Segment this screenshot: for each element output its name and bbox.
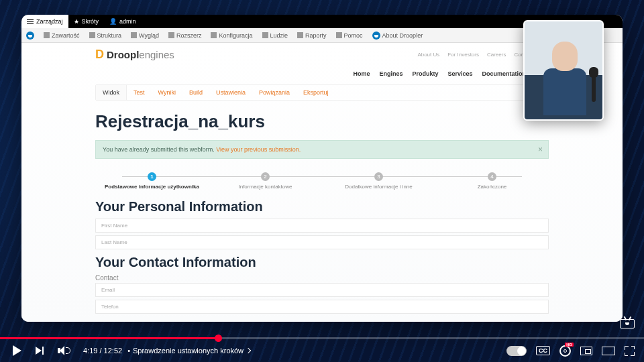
nav-products[interactable]: Produkty — [412, 70, 438, 77]
fullscreen-button[interactable] — [625, 346, 635, 356]
contact-sublabel: Contact — [95, 274, 549, 282]
wizard-step-1[interactable]: 1Podstawowe informacje użytkownika — [95, 172, 209, 190]
nav-home[interactable]: Home — [353, 70, 370, 77]
tab-references[interactable]: Powiązania — [252, 85, 297, 100]
video-controls: 4:19 / 12:52 • Sprawdzenie ustawionych k… — [0, 339, 644, 362]
chapter-button[interactable]: • Sprawdzenie ustawionych kroków — [127, 347, 250, 355]
tab-build[interactable]: Build — [182, 85, 209, 100]
nav-docs[interactable]: Documentation — [482, 70, 526, 77]
next-button[interactable] — [32, 343, 47, 358]
drupal-icon — [372, 32, 380, 40]
wizard-step-2[interactable]: 2Informacje kontaktowe — [209, 172, 322, 190]
wizard-step-4[interactable]: 4Zakończone — [435, 172, 549, 190]
nav-services[interactable]: Services — [447, 70, 472, 77]
volume-button[interactable] — [55, 343, 70, 358]
watch-on-tv-button[interactable] — [620, 319, 635, 331]
toolbar-people[interactable]: Ludzie — [258, 28, 293, 42]
captions-button[interactable]: CC — [536, 346, 550, 355]
previous-submission-link[interactable]: View your previous submission. — [216, 146, 301, 153]
chevron-right-icon — [246, 348, 251, 353]
microphone-icon — [592, 75, 596, 102]
admin-manage[interactable]: Zarządzaj — [21, 15, 68, 28]
util-about[interactable]: About Us — [417, 52, 439, 58]
admin-shortcuts[interactable]: ★ Skróty — [68, 15, 105, 28]
close-icon[interactable]: × — [538, 145, 543, 154]
miniplayer-button[interactable] — [580, 347, 592, 355]
section-contact-heading: Your Contact Information — [95, 255, 549, 270]
autoplay-toggle[interactable] — [506, 346, 527, 356]
phone-field[interactable]: Telefon — [95, 300, 549, 314]
toolbar-home[interactable] — [21, 28, 39, 42]
time-display: 4:19 / 12:52 — [83, 347, 122, 355]
tab-export[interactable]: Eksportuj — [297, 85, 335, 100]
tab-test[interactable]: Test — [127, 85, 152, 100]
toolbar-appearance[interactable]: Wygląd — [126, 28, 164, 42]
last-name-field[interactable]: Last Name — [95, 235, 549, 249]
site-logo[interactable]: DDrooplengines — [95, 48, 174, 62]
toolbar-config[interactable]: Konfiguracja — [206, 28, 257, 42]
status-alert: You have already submitted this webform.… — [95, 140, 549, 159]
util-investors[interactable]: For Investors — [447, 52, 479, 58]
util-careers[interactable]: Careers — [487, 52, 506, 58]
page-title: Rejestracja_na_kurs — [95, 111, 549, 132]
wizard-step-3[interactable]: 3Dodatkowe informacje i inne — [322, 172, 435, 190]
tab-settings[interactable]: Ustawienia — [209, 85, 252, 100]
theater-button[interactable] — [602, 347, 615, 355]
presenter-webcam — [523, 20, 604, 121]
toolbar-extend[interactable]: Rozszerz — [164, 28, 207, 42]
tab-results[interactable]: Wyniki — [152, 85, 182, 100]
local-tabs: Widok Test Wyniki Build Ustawienia Powią… — [95, 84, 549, 101]
toolbar-about[interactable]: About Droopler — [368, 28, 428, 42]
tab-view[interactable]: Widok — [96, 85, 127, 100]
admin-user[interactable]: 👤 admin — [104, 15, 142, 28]
section-personal-heading: Your Personal Information — [95, 199, 549, 215]
play-button[interactable] — [9, 343, 24, 358]
toolbar-structure[interactable]: Struktura — [85, 28, 127, 42]
nav-engines[interactable]: Engines — [379, 70, 402, 77]
email-field[interactable]: Email — [95, 283, 549, 297]
toolbar-help[interactable]: Pomoc — [331, 28, 368, 42]
progress-wizard: 1Podstawowe informacje użytkownika 2Info… — [95, 172, 549, 190]
hamburger-icon — [27, 21, 34, 22]
toolbar-content[interactable]: Zawartość — [39, 28, 85, 42]
first-name-field[interactable]: First Name — [95, 219, 549, 233]
settings-button[interactable]: HD — [559, 345, 571, 357]
drupal-icon — [26, 32, 34, 40]
toolbar-reports[interactable]: Raporty — [292, 28, 331, 42]
